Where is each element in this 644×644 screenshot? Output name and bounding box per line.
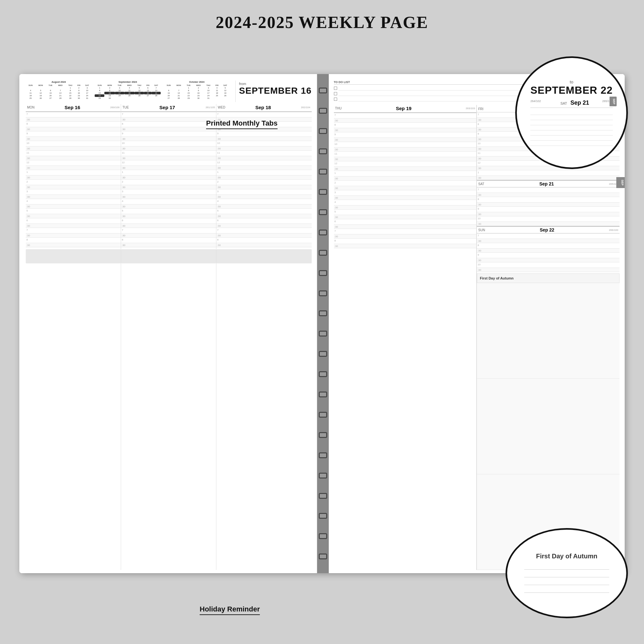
annotation-holiday-reminder: Holiday Reminder [200, 605, 260, 615]
circle-bottom-annotation: First Day of Autumn [506, 528, 628, 618]
holiday-reminder: First Day of Autumn [477, 273, 620, 283]
page-title: 2024-2025 WEEKLY PAGE [0, 0, 644, 32]
circle-month-date: SEPTEMBER 22 [530, 84, 613, 96]
mon-date: Sep 16 [65, 105, 80, 110]
from-label: from [239, 82, 311, 86]
circle-to-label: to [530, 80, 613, 84]
wed-date: Sep 18 [255, 105, 271, 110]
circle-sat-date: Sep 21 [570, 99, 589, 106]
wed-num: 262/104 [301, 106, 310, 109]
wed-dow: WED [218, 106, 225, 109]
annotation-monthly-tabs: Printed Monthly Tabs [206, 119, 278, 129]
from-date: SEPTEMBER 16 [239, 86, 311, 96]
day-col-mon: MON Sep 16 260/106 7 :30 8 :30 9 :30 10 … [26, 104, 121, 570]
circle-left-num: 264/102 [530, 99, 541, 103]
left-page: August 2024 SUNMONTUEWEDTHUFRISAT 123 45 [19, 74, 317, 573]
day-col-wed: WED Sep 18 262/104 7 :30 8 :30 9 :30 10 … [216, 104, 311, 570]
day-col-tue: TUE Sep 17 261/105 7 :30 8 :30 9 :30 10 … [121, 104, 216, 570]
fri-sat-sun-col: FRI 265/101 7 :30 8 :30 9 :30 10 :30 11 … [477, 105, 620, 570]
mini-calendar-september: September 2024 SUNMONTUEWEDTHUFRISAT 123… [95, 81, 160, 99]
mini-calendar-october: October 2024 SUNMONTUEWEDTHUFRISAT 12345… [164, 81, 230, 99]
sep-tab-bottom: SEP [616, 177, 625, 188]
tue-dow: TUE [122, 106, 129, 109]
tue-date: Sep 17 [159, 105, 175, 110]
spiral-binding [317, 74, 329, 573]
holiday-text: First Day of Autumn [536, 553, 597, 560]
circle-sat-label: SAT [560, 101, 567, 105]
mon-dow: MON [27, 106, 34, 109]
circle-top-annotation: to SEPTEMBER 22 264/102 SAT Sep 21 265/1… [515, 56, 628, 169]
day-col-thu: THU Sep 19 263/103 7 :30 8 :30 9 :30 10 … [334, 105, 477, 570]
tue-num: 261/105 [205, 106, 215, 109]
mini-calendar-august: August 2024 SUNMONTUEWEDTHUFRISAT 123 45 [26, 81, 91, 99]
mon-num: 260/106 [110, 106, 119, 109]
